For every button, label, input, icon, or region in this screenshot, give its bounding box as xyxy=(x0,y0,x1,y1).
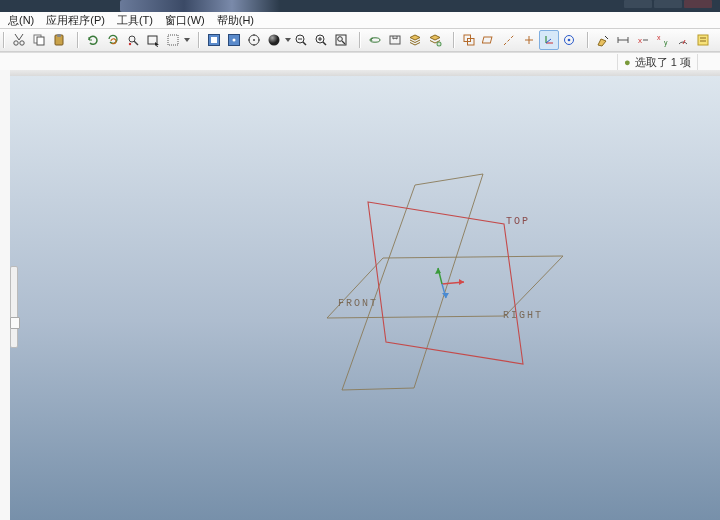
menu-bar: 息(N) 应用程序(P) 工具(T) 窗口(W) 帮助(H) xyxy=(0,12,720,29)
svg-text:x: x xyxy=(638,36,642,45)
group-handle[interactable] xyxy=(453,32,455,48)
point-disp-icon[interactable] xyxy=(519,30,539,50)
svg-rect-10 xyxy=(168,35,178,45)
regen-all-icon[interactable] xyxy=(103,30,123,50)
zoom-in-icon[interactable] xyxy=(311,30,331,50)
window-zoom-icon[interactable] xyxy=(224,30,244,50)
regen-icon[interactable] xyxy=(83,30,103,50)
window-maximize-button[interactable] xyxy=(654,0,682,8)
sys-disp-icon[interactable] xyxy=(459,30,479,50)
menu-info[interactable]: 息(N) xyxy=(2,13,40,28)
layers-icon[interactable] xyxy=(405,30,425,50)
cut-icon[interactable] xyxy=(9,30,29,50)
shade-sphere-icon[interactable] xyxy=(264,30,284,50)
svg-point-14 xyxy=(233,39,236,42)
datum-label-right[interactable]: RIGHT xyxy=(503,310,543,321)
svg-line-44 xyxy=(546,39,551,43)
workspace: TOP FRONT RIGHT xyxy=(0,70,720,520)
status-stub xyxy=(697,54,716,70)
window-minimize-button[interactable] xyxy=(624,0,652,8)
zoom-area-icon[interactable] xyxy=(331,30,351,50)
toolbar-display-group xyxy=(365,30,445,50)
dropdown-arrow-icon[interactable] xyxy=(183,31,190,49)
group-handle[interactable] xyxy=(198,32,200,48)
svg-rect-56 xyxy=(698,35,708,45)
graphics-viewport[interactable]: TOP FRONT RIGHT xyxy=(10,76,720,520)
main-toolbar: x xy ▶? xyxy=(0,29,720,52)
axis-disp-icon[interactable] xyxy=(499,30,519,50)
svg-rect-5 xyxy=(57,34,61,37)
group-handle[interactable] xyxy=(359,32,361,48)
svg-point-30 xyxy=(338,37,343,42)
toolbar-edit-group xyxy=(9,30,69,50)
plane-disp-icon[interactable] xyxy=(479,30,499,50)
csys-origin-icon[interactable] xyxy=(435,268,464,298)
svg-point-16 xyxy=(253,39,255,41)
svg-marker-62 xyxy=(459,279,464,285)
search-model-icon[interactable] xyxy=(123,30,143,50)
status-dot-icon: ● xyxy=(624,56,631,68)
toolbar-datum-group xyxy=(459,30,579,50)
toolbar-annot-group: x xy xyxy=(593,30,713,50)
xy-dim-icon[interactable]: xy xyxy=(653,30,673,50)
copy-icon[interactable] xyxy=(29,30,49,50)
group-handle[interactable] xyxy=(587,32,589,48)
paste-icon[interactable] xyxy=(49,30,69,50)
svg-point-0 xyxy=(14,41,18,45)
selection-status: ● 选取了 1 项 xyxy=(617,54,697,70)
svg-point-46 xyxy=(568,39,571,42)
menu-app[interactable]: 应用程序(P) xyxy=(40,13,111,28)
svg-line-7 xyxy=(134,41,138,45)
box-select-icon[interactable] xyxy=(143,30,163,50)
menu-help[interactable]: 帮助(H) xyxy=(211,13,260,28)
orient-icon[interactable] xyxy=(244,30,264,50)
toolbar-view-group xyxy=(204,30,351,50)
saved-view-icon[interactable] xyxy=(385,30,405,50)
x-dim-icon[interactable]: x xyxy=(633,30,653,50)
lasso-select-icon[interactable] xyxy=(163,30,183,50)
menu-tools[interactable]: 工具(T) xyxy=(111,13,159,28)
svg-line-26 xyxy=(323,42,326,45)
svg-point-8 xyxy=(129,43,131,45)
group-handle[interactable] xyxy=(3,32,5,48)
dim-icon[interactable] xyxy=(613,30,633,50)
svg-text:y: y xyxy=(664,39,668,47)
highlight-icon[interactable] xyxy=(693,30,713,50)
toolbar-regen-group xyxy=(83,30,190,50)
menu-window[interactable]: 窗口(W) xyxy=(159,13,211,28)
title-bar xyxy=(0,0,720,12)
spin-icon[interactable] xyxy=(365,30,385,50)
window-close-button[interactable] xyxy=(684,0,712,8)
zoom-out-icon[interactable] xyxy=(291,30,311,50)
refit-icon[interactable] xyxy=(204,30,224,50)
csys-disp-icon[interactable] xyxy=(539,30,559,50)
gauge-icon[interactable] xyxy=(673,30,693,50)
status-bar: ● 选取了 1 项 xyxy=(0,52,720,72)
svg-line-31 xyxy=(342,41,345,44)
annot-disp-icon[interactable] xyxy=(559,30,579,50)
svg-point-21 xyxy=(269,35,280,46)
group-handle[interactable] xyxy=(77,32,79,48)
svg-marker-63 xyxy=(435,268,441,274)
svg-rect-12 xyxy=(211,37,217,43)
svg-line-39 xyxy=(504,35,514,45)
datum-label-top[interactable]: TOP xyxy=(506,216,530,227)
svg-point-1 xyxy=(20,41,24,45)
note-icon[interactable] xyxy=(593,30,613,50)
svg-rect-3 xyxy=(37,37,44,45)
layers-plus-icon[interactable] xyxy=(425,30,445,50)
svg-line-23 xyxy=(303,42,306,45)
svg-rect-33 xyxy=(390,36,400,44)
selection-status-text: 选取了 1 项 xyxy=(635,55,691,70)
dropdown-arrow-icon[interactable] xyxy=(284,31,291,49)
datum-label-front[interactable]: FRONT xyxy=(338,298,378,309)
svg-line-47 xyxy=(605,36,608,39)
title-decoration xyxy=(120,0,280,12)
svg-text:x: x xyxy=(657,34,661,41)
